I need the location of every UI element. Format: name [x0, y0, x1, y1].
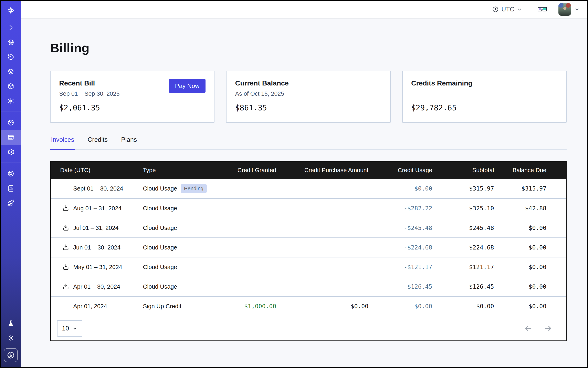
invoice-type-cell: Cloud Usage — [143, 205, 214, 212]
credit-granted-value: $1,000.00 — [214, 303, 276, 310]
invoice-type-cell: Cloud Usage — [143, 283, 214, 290]
tab-plans[interactable]: Plans — [120, 136, 138, 150]
credit-usage-value: -$126.45 — [368, 283, 432, 290]
table-row: Apr 01, 2024 Sign Up Credit $1,000.00 $0… — [51, 296, 566, 316]
invoice-date-cell: Jul 01 – 31, 2024 — [51, 224, 143, 231]
invoice-date: Apr 01, 2024 — [73, 303, 107, 310]
next-page-button[interactable] — [543, 324, 553, 332]
invoice-type: Cloud Usage — [143, 205, 177, 212]
main-content: Billing Recent Bill Sep 01 – Sep 30, 202… — [21, 18, 587, 367]
clock-icon — [492, 6, 499, 13]
current-balance-card: Current Balance As of Oct 15, 2025 $861.… — [226, 71, 390, 123]
balance-due-value: $315.97 — [494, 185, 546, 192]
invoice-date: May 01 – 31, 2024 — [73, 264, 122, 270]
chevron-down-icon — [574, 7, 580, 12]
topbar: UTC — [21, 1, 587, 18]
user-menu[interactable] — [558, 3, 580, 16]
sidebar-divider — [1, 111, 21, 112]
credit-usage-value: $0.00 — [368, 303, 432, 310]
table-row: Sept 01 – 30, 2024 Cloud Usage Pending $… — [51, 179, 566, 198]
subtotal-value: $224.68 — [432, 244, 494, 251]
tab-credits[interactable]: Credits — [87, 136, 109, 150]
download-invoice-icon[interactable] — [62, 185, 73, 192]
subtotal-value: $121.17 — [432, 264, 494, 270]
pagination — [524, 324, 553, 332]
layers-icon[interactable] — [1, 64, 21, 79]
timezone-selector[interactable]: UTC — [492, 6, 522, 13]
book-sparkles-icon[interactable] — [1, 181, 21, 196]
sidebar-item-billing[interactable] — [1, 130, 21, 145]
invoice-date: Jun 01 – 30, 2024 — [73, 244, 120, 251]
page-size-select[interactable]: 10 — [57, 320, 82, 337]
glasses-icon[interactable] — [538, 6, 547, 12]
balance-due-value: $0.00 — [494, 303, 546, 310]
column-header-type: Type — [143, 167, 214, 174]
download-invoice-icon[interactable] — [62, 303, 73, 310]
credit-usage-value: $0.00 — [368, 185, 432, 192]
credit-usage-value: -$282.22 — [368, 205, 432, 212]
card-subtitle — [411, 90, 558, 98]
badge-dollar-button[interactable] — [4, 348, 18, 362]
invoice-date-cell: Apr 01 – 30, 2024 — [51, 283, 143, 290]
invoice-type: Cloud Usage — [143, 244, 177, 251]
app-window: UTC Billing Recent Bill Se — [0, 0, 588, 368]
billing-tabs: Invoices Credits Plans — [50, 136, 567, 149]
recent-bill-card: Recent Bill Sep 01 – Sep 30, 2025 $2,061… — [50, 71, 215, 123]
invoice-type-cell: Cloud Usage Pending — [143, 184, 214, 193]
prev-page-button[interactable] — [524, 324, 533, 332]
page-size-value: 10 — [62, 325, 69, 332]
balance-due-value: $0.00 — [494, 224, 546, 231]
recent-bill-amount: $2,061.35 — [59, 103, 206, 112]
spiral-scan-icon[interactable] — [1, 35, 21, 50]
invoice-type-cell: Cloud Usage — [143, 244, 214, 251]
gauge-icon[interactable] — [1, 115, 21, 130]
table-row: Aug 01 – 31, 2024 Cloud Usage -$282.22 $… — [51, 198, 566, 218]
rocket-icon[interactable] — [1, 196, 21, 210]
pay-now-button[interactable]: Pay Now — [169, 79, 206, 93]
invoice-date: Aug 01 – 31, 2024 — [73, 205, 121, 212]
flask-icon[interactable] — [1, 316, 21, 331]
chevron-down-icon — [72, 326, 77, 331]
credit-usage-value: -$224.68 — [368, 244, 432, 251]
history-timer-icon[interactable] — [1, 50, 21, 64]
chevron-right-icon[interactable] — [1, 20, 21, 35]
table-row: Jul 01 – 31, 2024 Cloud Usage -$245.48 $… — [51, 218, 566, 238]
invoice-type-cell: Cloud Usage — [143, 225, 214, 231]
cube-icon[interactable] — [1, 79, 21, 94]
table-row: Apr 01 – 30, 2024 Cloud Usage -$126.45 $… — [51, 277, 566, 296]
invoice-date-cell: Aug 01 – 31, 2024 — [51, 205, 143, 212]
invoice-type: Cloud Usage — [143, 225, 177, 231]
tab-invoices[interactable]: Invoices — [50, 136, 75, 150]
invoice-date-cell: Jun 01 – 30, 2024 — [51, 244, 143, 251]
table-body: Sept 01 – 30, 2024 Cloud Usage Pending $… — [51, 179, 566, 316]
page-title: Billing — [50, 41, 567, 55]
credit-usage-value: -$121.17 — [368, 264, 432, 270]
balance-due-value: $0.00 — [494, 283, 546, 290]
invoice-type: Cloud Usage — [143, 185, 177, 192]
download-invoice-icon[interactable] — [62, 205, 73, 212]
invoice-date: Jul 01 – 31, 2024 — [73, 225, 119, 231]
subtotal-value: $315.97 — [432, 185, 494, 192]
invoice-type-cell: Cloud Usage — [143, 264, 214, 270]
orbit-logo-icon[interactable] — [1, 1, 21, 20]
balance-due-value: $0.00 — [494, 264, 546, 270]
subtotal-value: $325.10 — [432, 205, 494, 212]
lifebuoy-icon[interactable] — [1, 166, 21, 181]
asterisk-icon[interactable] — [1, 94, 21, 108]
download-invoice-icon[interactable] — [62, 244, 73, 251]
chevron-down-icon — [517, 7, 522, 12]
subtotal-value: $245.48 — [432, 224, 494, 231]
table-row: May 01 – 31, 2024 Cloud Usage -$121.17 $… — [51, 257, 566, 277]
credits-remaining-card: Credits Remaining $29,782.65 — [402, 71, 567, 123]
table-header: Date (UTC) Type Credit Granted Credit Pu… — [51, 162, 566, 179]
table-row: Jun 01 – 30, 2024 Cloud Usage -$224.68 $… — [51, 238, 566, 257]
avatar[interactable] — [558, 3, 571, 16]
invoice-type: Sign Up Credit — [143, 303, 181, 310]
download-invoice-icon[interactable] — [62, 263, 73, 271]
column-header-balance-due: Balance Due — [494, 167, 546, 174]
gear-icon[interactable] — [1, 145, 21, 159]
download-invoice-icon[interactable] — [62, 224, 73, 231]
download-invoice-icon[interactable] — [62, 283, 73, 290]
sun-brightness-icon[interactable] — [1, 331, 21, 345]
invoices-table: Date (UTC) Type Credit Granted Credit Pu… — [50, 161, 567, 341]
